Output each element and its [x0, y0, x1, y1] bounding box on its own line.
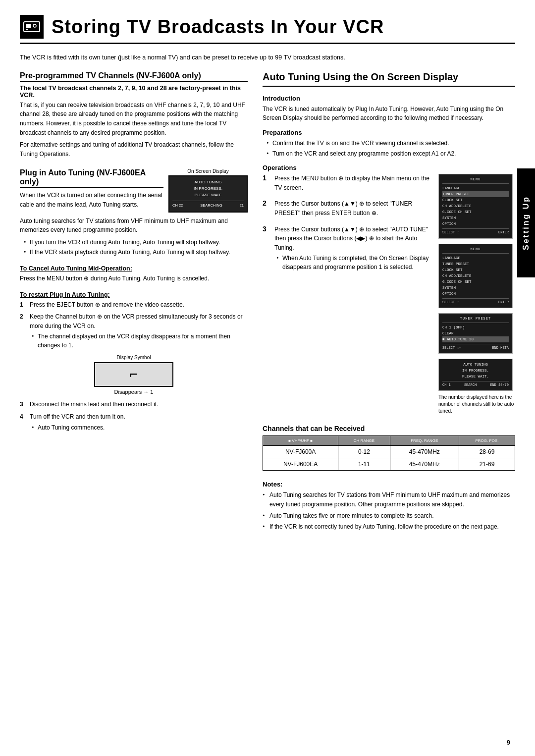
preprogrammed-body1: That is, if you can receive television b… — [20, 101, 248, 137]
ops-content-3: Press the Cursor buttons (▲▼) ⊕ to selec… — [274, 225, 430, 272]
step-content-4: Turn off the VCR and then turn it on. Au… — [30, 412, 248, 432]
screen-num: 21 — [240, 203, 244, 209]
channels-cell-2-3: 45-470MHz — [390, 458, 459, 471]
screen4-footer-right: END 45/70 — [490, 382, 509, 388]
channels-section: Channels that can be Received ■ VHF/UHF … — [263, 425, 515, 471]
intro-body: The VCR is tuned automatically by Plug I… — [263, 105, 515, 123]
screen1-row3: CLOCK SET — [442, 197, 509, 203]
restart-section: To restart Plug in Auto Tuning: 1 Press … — [20, 291, 248, 432]
display-symbol-label: Display Symbol — [117, 355, 151, 360]
screen3-title: TUNER PRESET — [442, 316, 509, 323]
screen3-footer: SELECT ↕↔ END META — [442, 344, 509, 351]
note-2: Auto Tuning takes five or more minutes t… — [263, 511, 515, 521]
channels-title: Channels that can be Received — [263, 425, 515, 432]
page-title: Storing TV Broadcasts In Your VCR — [52, 16, 384, 38]
preparations-section: Preparations Confirm that the TV is on a… — [263, 129, 515, 158]
screen2-footer-left: SELECT ↕ — [442, 300, 459, 305]
screen3-row3: ■ AUTO TUNE 28 — [442, 336, 509, 342]
screen1-title: MENU — [442, 177, 509, 184]
on-screen-label: On Screen Display — [168, 168, 248, 174]
channels-row-1: NV-FJ600A 0-12 45-470MHz 28-69 — [263, 446, 515, 458]
screen3-footer-right: END META — [492, 345, 509, 351]
channels-th-3: FREQ. RANGE — [390, 436, 459, 446]
step-content-3: Disconnect the mains lead and then recon… — [30, 400, 248, 409]
ops-content-2: Press the Cursor buttons (▲▼) ⊕ to selec… — [274, 199, 430, 217]
screen1-footer-left: SELECT ↕ — [442, 230, 459, 235]
preps-bullets: Confirm that the TV is on and the VCR vi… — [267, 139, 515, 158]
screen1-row5: G-CODE CH SET — [442, 209, 509, 215]
auto-bullets: If you turn the VCR off during Auto Tuni… — [24, 238, 248, 257]
screen2-title: MENU — [442, 247, 509, 254]
ops-num-3: 3 — [263, 225, 270, 233]
page-number: 9 — [507, 739, 510, 746]
channels-cell-2-4: 21-69 — [459, 458, 515, 471]
ops-num-1: 1 — [263, 174, 270, 182]
on-screen-display-box: On Screen Display AUTO TUNING IN PROGRES… — [168, 168, 248, 212]
screen1-row4: CH ADD/DELETE — [442, 203, 509, 209]
ops-step-1: 1 Press the MENU button ⊕ to display the… — [263, 174, 430, 192]
ops-screen-1: MENU LANGUAGE TUNER PRESET CLOCK SET CH … — [438, 174, 513, 238]
preprogrammed-section: Pre-programmed TV Channels (NV-FJ600A on… — [20, 71, 248, 159]
channels-th-1: ■ VHF/UHF ■ — [263, 436, 338, 446]
right-column: Auto Tuning Using the On Screen Display … — [263, 71, 515, 534]
channels-header-row: ■ VHF/UHF ■ CH RANGE FREQ. RANGE PROG. P… — [263, 436, 515, 446]
screen4-footer-mid: SEARCH — [464, 382, 477, 388]
left-column: Pre-programmed TV Channels (NV-FJ600A on… — [20, 71, 248, 534]
plug-in-heading: Plug in Auto Tuning (NV-FJ600EA only) — [20, 168, 163, 188]
channels-cell-1-2: 0-12 — [338, 446, 390, 458]
note-3: If the VCR is not correctly tuned by Aut… — [263, 522, 515, 532]
ops-title: Operations — [263, 164, 515, 171]
auto-bullet-1: If you turn the VCR off during Auto Tuni… — [24, 238, 248, 247]
setting-up-text: Setting Up — [522, 196, 531, 250]
screen1-footer: SELECT ↕ ENTER — [442, 228, 509, 235]
preprogrammed-body2: For alternative settings and tuning of a… — [20, 140, 248, 159]
ops-screen-4: AUTO TUNING IN PROGRESS. PLEASE WAIT. CH… — [438, 359, 513, 391]
display-symbol-wrapper: Display Symbol ⌐ Disappears → 1 — [84, 355, 183, 395]
preprogrammed-bold-note: The local TV broadcast channels 2, 7, 9,… — [20, 85, 248, 99]
screen4-row3: PLEASE WAIT. — [442, 374, 509, 379]
restart-step-1: 1 Press the EJECT button ⊕ and remove th… — [20, 300, 248, 310]
plug-in-body: When the VCR is turned on after connecti… — [20, 191, 163, 209]
page-header: Storing TV Broadcasts In Your VCR — [20, 15, 515, 44]
cancel-body: Press the MENU button ⊕ during Auto Tuni… — [20, 274, 248, 283]
auto-search-text: Auto tuning searches for TV stations fro… — [20, 216, 248, 235]
intro-title: Introduction — [263, 95, 515, 102]
step2-bullet-1: The channel displayed on the VCR display… — [32, 332, 248, 350]
notes-list: Auto Tuning searches for TV stations fro… — [263, 490, 515, 531]
prep-bullet-2: Turn on the VCR and select any programme… — [267, 149, 515, 159]
screen1-footer-right: ENTER — [498, 230, 509, 235]
setting-up-sidebar: Setting Up — [517, 168, 535, 277]
screen1-row6: SYSTEM — [442, 215, 509, 221]
notes-title: Notes: — [263, 481, 515, 488]
plug-in-screen-mock: AUTO TUNING IN PROGRESS. PLEASE WAIT. CH… — [168, 175, 248, 212]
channels-cell-1-3: 45-470MHz — [390, 446, 459, 458]
channels-th-2: CH RANGE — [338, 436, 390, 446]
ops-step-3: 3 Press the Cursor buttons (▲▼) ⊕ to sel… — [263, 225, 430, 272]
ops-steps-wrapper: 1 Press the MENU button ⊕ to display the… — [263, 174, 430, 415]
screen3-footer-left: SELECT ↕↔ — [442, 345, 461, 351]
screen4-footer-left: CH 1 — [442, 382, 451, 388]
screen4-footer: CH 1 SEARCH END 45/70 — [442, 381, 509, 388]
vcr-icon — [20, 15, 44, 39]
step-num-4: 4 — [20, 412, 27, 432]
step-num-1: 1 — [20, 300, 27, 310]
screen2-row6: SYSTEM — [442, 285, 509, 291]
screen-line-2: IN PROGRESS. — [172, 186, 244, 192]
svg-rect-3 — [26, 29, 28, 30]
restart-steps: 1 Press the EJECT button ⊕ and remove th… — [20, 300, 248, 350]
screen2-row5: G-CODE CH SET — [442, 279, 509, 285]
step-content-2: Keep the Channel button ⊕ on the VCR pre… — [30, 312, 248, 350]
svg-point-2 — [33, 24, 36, 27]
screen1-row1: LANGUAGE — [442, 185, 509, 191]
restart-step-4: 4 Turn off the VCR and then turn it on. … — [20, 412, 248, 432]
channels-cell-2-2: 1-11 — [338, 458, 390, 471]
notes-section: Notes: Auto Tuning searches for TV stati… — [263, 481, 515, 531]
channels-tbody: NV-FJ600A 0-12 45-470MHz 28-69 NV-FJ600E… — [263, 446, 515, 471]
disappears-arrow: Disappears → 1 — [114, 389, 154, 395]
screen2-row4: CH ADD/DELETE — [442, 273, 509, 279]
step-num-2: 2 — [20, 312, 27, 350]
step2-bullets: The channel displayed on the VCR display… — [32, 332, 248, 350]
prep-bullet-1: Confirm that the TV is on and the VCR vi… — [267, 139, 515, 148]
channels-cell-1-1: NV-FJ600A — [263, 446, 338, 458]
step-content-1: Press the EJECT button ⊕ and remove the … — [30, 300, 248, 310]
